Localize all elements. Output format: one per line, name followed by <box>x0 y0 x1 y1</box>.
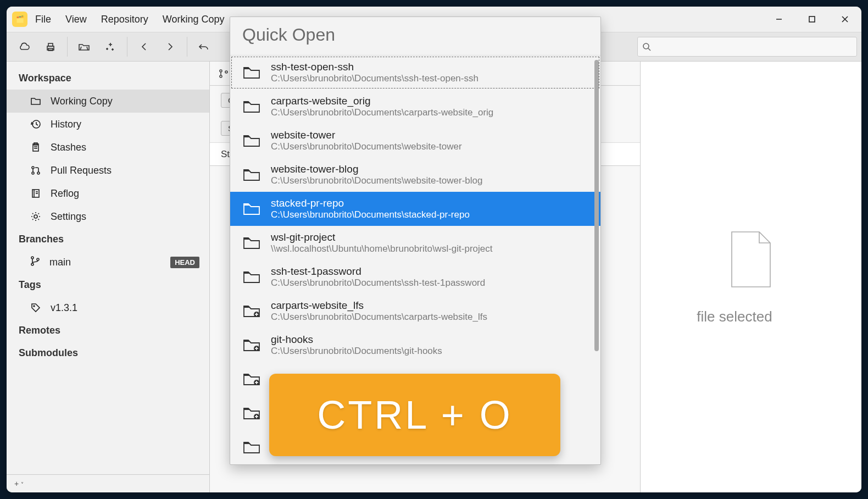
shortcut-overlay: CTRL + O <box>269 374 560 456</box>
repo-item[interactable]: carparts-website_orig C:\Users\brunobrit… <box>230 90 600 124</box>
branch-label: main <box>49 257 71 268</box>
repo-path: C:\Users\brunobrito\Documents\git-hooks <box>271 346 442 357</box>
sidebar-item-label: Stashes <box>51 142 86 153</box>
sidebar-section-submodules: Submodules <box>7 342 209 364</box>
back-button[interactable] <box>131 36 157 57</box>
sidebar: Workspace Working Copy History Stashes P… <box>7 62 210 492</box>
minimize-button[interactable] <box>763 7 795 32</box>
svg-rect-5 <box>48 43 53 46</box>
repo-item[interactable]: website-tower C:\Users\brunobrito\Docume… <box>230 124 600 158</box>
close-button[interactable] <box>828 7 861 32</box>
sidebar-item-pull-requests[interactable]: Pull Requests <box>7 159 209 182</box>
repo-name: carparts-website_orig <box>271 95 493 107</box>
clipboard-icon <box>30 142 42 153</box>
svg-point-24 <box>31 263 34 265</box>
window-controls <box>763 7 861 32</box>
app-icon: 🗂️ <box>12 12 27 27</box>
book-icon <box>30 188 42 199</box>
sidebar-item-label: Reflog <box>51 188 79 199</box>
repo-path: \\wsl.localhost\Ubuntu\home\brunobrito\w… <box>271 243 492 254</box>
menu-working-copy[interactable]: Working Copy <box>163 14 225 25</box>
svg-point-28 <box>220 75 222 77</box>
search-icon <box>642 42 651 51</box>
branch-icon <box>219 69 229 79</box>
cloud-icon[interactable] <box>11 36 37 57</box>
right-panel: file selected <box>641 62 861 492</box>
menu-bar: File View Repository Working Copy <box>35 14 224 25</box>
svg-point-22 <box>34 215 37 218</box>
sidebar-item-label: Pull Requests <box>51 165 112 176</box>
svg-point-16 <box>37 172 40 174</box>
svg-line-8 <box>648 48 650 51</box>
repo-name: website-tower <box>271 129 462 141</box>
printer-icon[interactable] <box>37 36 64 57</box>
sidebar-item-history[interactable]: History <box>7 113 209 136</box>
svg-point-29 <box>225 71 227 73</box>
svg-point-14 <box>32 167 34 169</box>
separator <box>187 37 187 57</box>
repo-name: website-tower-blog <box>271 163 483 175</box>
quick-open-title: Quick Open <box>230 17 600 56</box>
undo-icon[interactable] <box>191 36 217 57</box>
separator <box>67 37 68 57</box>
repo-path: C:\Users\brunobrito\Documents\carparts-w… <box>271 312 487 323</box>
repo-name: git-hooks <box>271 334 442 346</box>
sidebar-section-workspace: Workspace <box>7 67 209 90</box>
scrollbar-thumb[interactable] <box>594 60 599 351</box>
tag-icon <box>30 302 42 313</box>
sparkle-icon[interactable] <box>97 36 124 57</box>
sidebar-section-tags: Tags <box>7 274 209 296</box>
menu-file[interactable]: File <box>35 14 51 25</box>
sidebar-branch-main[interactable]: main HEAD <box>7 251 209 274</box>
sidebar-item-label: Working Copy <box>51 96 113 107</box>
sidebar-item-working-copy[interactable]: Working Copy <box>7 90 209 113</box>
search-bar[interactable] <box>637 37 857 57</box>
repo-path: C:\Users\brunobrito\Documents\stacked-pr… <box>271 209 470 220</box>
repo-item[interactable]: ssh-test-open-ssh C:\Users\brunobrito\Do… <box>230 56 600 90</box>
maximize-button[interactable] <box>795 7 828 32</box>
file-placeholder-icon <box>726 229 776 292</box>
sidebar-section-remotes: Remotes <box>7 319 209 342</box>
svg-point-27 <box>220 70 222 72</box>
sidebar-item-stashes[interactable]: Stashes <box>7 136 209 159</box>
repo-path: C:\Users\brunobrito\Documents\ssh-test-o… <box>271 73 478 84</box>
repo-item[interactable]: wsl-git-project \\wsl.localhost\Ubuntu\h… <box>230 226 600 260</box>
sidebar-item-label: History <box>51 119 81 130</box>
svg-rect-1 <box>809 16 815 22</box>
svg-point-7 <box>643 43 649 49</box>
forward-button[interactable] <box>157 36 183 57</box>
menu-repository[interactable]: Repository <box>101 14 148 25</box>
sidebar-item-reflog[interactable]: Reflog <box>7 182 209 205</box>
head-badge: HEAD <box>170 257 199 268</box>
svg-rect-6 <box>48 48 53 51</box>
repo-name: ssh-test-open-ssh <box>271 61 478 73</box>
repo-name: carparts-website_lfs <box>271 300 487 312</box>
repo-name: wsl-git-project <box>271 231 492 243</box>
repo-item[interactable]: ssh-test-1password C:\Users\brunobrito\D… <box>230 260 600 294</box>
svg-point-23 <box>31 257 34 259</box>
folder-icon <box>30 96 42 106</box>
svg-point-26 <box>34 306 35 307</box>
repo-item[interactable]: git-hooks C:\Users\brunobrito\Documents\… <box>230 328 600 362</box>
repo-path: C:\Users\brunobrito\Documents\ssh-test-1… <box>271 278 485 289</box>
menu-view[interactable]: View <box>65 14 87 25</box>
no-file-label: file selected <box>697 308 772 325</box>
repo-path: C:\Users\brunobrito\Documents\website-to… <box>271 175 483 186</box>
sidebar-tag-item[interactable]: v1.3.1 <box>7 296 209 319</box>
sidebar-item-settings[interactable]: Settings <box>7 205 209 228</box>
folder-open-icon[interactable] <box>71 36 97 57</box>
repo-name: ssh-test-1password <box>271 265 485 278</box>
tag-label: v1.3.1 <box>51 302 77 314</box>
branch-icon <box>30 256 41 269</box>
pull-request-icon <box>30 165 42 176</box>
repo-item[interactable]: carparts-website_lfs C:\Users\brunobrito… <box>230 294 600 328</box>
sidebar-section-branches: Branches <box>7 228 209 251</box>
shortcut-text: CTRL + O <box>317 392 512 437</box>
gear-icon <box>30 211 42 222</box>
repo-path: C:\Users\brunobrito\Documents\website-to… <box>271 141 462 152</box>
repo-item[interactable]: website-tower-blog C:\Users\brunobrito\D… <box>230 158 600 192</box>
repo-name: stacked-pr-repo <box>271 197 470 209</box>
repo-path: C:\Users\brunobrito\Documents\carparts-w… <box>271 107 493 118</box>
sidebar-add-button[interactable]: + ˅ <box>7 474 209 492</box>
repo-item[interactable]: stacked-pr-repo C:\Users\brunobrito\Docu… <box>230 192 600 226</box>
